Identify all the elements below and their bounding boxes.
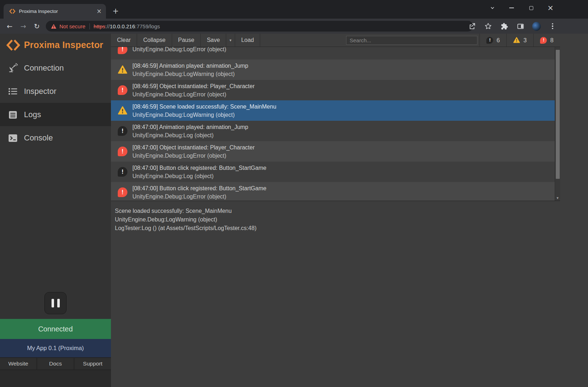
sidebar-item-logs[interactable]: Logs bbox=[0, 103, 111, 126]
collapse-button[interactable]: Collapse bbox=[137, 34, 172, 47]
save-button[interactable]: Save bbox=[201, 34, 226, 47]
url-divider bbox=[89, 23, 90, 29]
log-message: [08:46:59] Object instantiated: Player_C… bbox=[132, 82, 255, 90]
log-source: UnityEngine.Debug:LogError (object) bbox=[132, 192, 266, 201]
log-row-selected[interactable]: [08:46:59] Scene loaded successfully: Sc… bbox=[111, 100, 560, 121]
log-scrollbar[interactable]: ▾ bbox=[555, 47, 560, 201]
app-info-label: My App 0.1 (Proxima) bbox=[0, 339, 111, 357]
load-button[interactable]: Load bbox=[235, 34, 261, 47]
log-source: UnityEngine.Debug:LogError (object) bbox=[132, 90, 255, 99]
reload-icon[interactable]: ↻ bbox=[32, 22, 42, 31]
detail-line: Scene loaded successfully: Scene_MainMen… bbox=[115, 207, 555, 215]
log-message: [08:47:00] Animation played: animation_J… bbox=[132, 123, 248, 131]
proxima-logo-icon bbox=[6, 38, 20, 52]
detail-line: LogTester:Log () (at Assets/TestScripts/… bbox=[115, 224, 555, 233]
console-icon bbox=[8, 133, 18, 143]
share-icon[interactable] bbox=[468, 22, 476, 30]
connection-status-badge: Connected bbox=[0, 319, 111, 339]
tab-title: Proxima Inspector bbox=[19, 9, 97, 14]
app-logo: Proxima Inspector bbox=[0, 34, 111, 56]
error-icon: ! bbox=[118, 85, 127, 95]
profile-avatar[interactable] bbox=[532, 22, 541, 30]
log-source: UnityEngine.Debug:LogWarning (object) bbox=[132, 70, 248, 78]
info-icon: ! bbox=[118, 126, 127, 136]
footer-link-support[interactable]: Support bbox=[74, 358, 111, 369]
log-row[interactable]: ! UnityEngine.Debug:LogError (object) bbox=[111, 47, 560, 59]
warning-icon bbox=[118, 106, 127, 115]
detail-line: UnityEngine.Debug:LogWarning (object) bbox=[115, 215, 555, 224]
side-panel-icon[interactable] bbox=[516, 22, 525, 30]
url-scheme: https bbox=[94, 23, 106, 29]
sidebar-item-inspector[interactable]: Inspector bbox=[0, 80, 111, 103]
info-count: 6 bbox=[496, 37, 500, 44]
sidebar-bottom-strip bbox=[0, 369, 111, 387]
log-message: [08:46:59] Animation played: animation_J… bbox=[132, 62, 248, 70]
log-message: [08:47:00] Button click registered: Butt… bbox=[132, 164, 266, 172]
log-row[interactable]: ! [08:47:00] Button click registered: Bu… bbox=[111, 182, 560, 201]
back-icon[interactable]: ← bbox=[5, 22, 14, 31]
save-dropdown-caret-icon[interactable]: ▾ bbox=[226, 34, 235, 47]
info-counter[interactable]: ! 6 bbox=[480, 34, 506, 47]
warning-icon bbox=[513, 37, 520, 43]
bookmark-star-icon[interactable] bbox=[484, 22, 492, 30]
tab-close-icon[interactable]: × bbox=[97, 8, 102, 14]
warning-counter[interactable]: 3 bbox=[506, 34, 533, 47]
browser-menu-icon[interactable] bbox=[548, 22, 557, 30]
search-input[interactable] bbox=[346, 36, 477, 45]
warning-count: 3 bbox=[523, 37, 526, 44]
sidebar-item-label: Inspector bbox=[24, 87, 57, 96]
url-path: :7759/logs bbox=[135, 23, 160, 29]
new-tab-button[interactable]: + bbox=[111, 6, 121, 16]
security-label: Not secure bbox=[59, 23, 86, 29]
error-icon: ! bbox=[118, 47, 127, 54]
url-separator: :// bbox=[105, 23, 110, 29]
log-source: UnityEngine.Debug:Log (object) bbox=[132, 172, 266, 180]
browser-tab-bar: Proxima Inspector × + × bbox=[0, 0, 588, 19]
log-source: UnityEngine.Debug:LogError (object) bbox=[132, 47, 226, 53]
log-message: [08:47:00] Object instantiated: Player_C… bbox=[132, 143, 255, 152]
sidebar-item-label: Logs bbox=[24, 110, 41, 119]
clear-button[interactable]: Clear bbox=[111, 34, 137, 47]
pause-button[interactable]: Pause bbox=[172, 34, 201, 47]
log-source: UnityEngine.Debug:LogWarning (object) bbox=[132, 111, 276, 119]
proxima-favicon-icon bbox=[9, 8, 15, 14]
scrollbar-thumb[interactable] bbox=[556, 50, 560, 179]
pause-stream-button[interactable] bbox=[44, 292, 67, 314]
footer-link-website[interactable]: Website bbox=[0, 358, 37, 369]
sidebar-item-label: Console bbox=[24, 133, 53, 143]
browser-tab[interactable]: Proxima Inspector × bbox=[4, 4, 106, 19]
log-row[interactable]: ! [08:47:00] Animation played: animation… bbox=[111, 121, 560, 141]
scrollbar-down-icon[interactable]: ▾ bbox=[555, 195, 560, 200]
sidebar-footer: Website Docs Support bbox=[0, 357, 111, 369]
list-icon bbox=[8, 86, 18, 97]
log-row[interactable]: [08:46:59] Animation played: animation_J… bbox=[111, 59, 560, 80]
footer-link-docs[interactable]: Docs bbox=[37, 358, 74, 369]
not-secure-warning-icon bbox=[51, 24, 57, 29]
sidebar-item-label: Connection bbox=[24, 63, 64, 73]
pause-icon bbox=[52, 299, 54, 307]
satellite-icon bbox=[8, 63, 18, 73]
window-maximize-button[interactable] bbox=[526, 3, 536, 13]
url-bar[interactable]: Not secure https://10.0.0.216:7759/logs bbox=[46, 21, 473, 32]
error-icon: ! bbox=[118, 187, 127, 197]
sidebar-item-console[interactable]: Console bbox=[0, 126, 111, 149]
window-close-button[interactable]: × bbox=[545, 3, 555, 13]
log-message: [08:47:00] Button click registered: Butt… bbox=[132, 184, 266, 192]
error-counter[interactable]: ! 8 bbox=[533, 34, 560, 47]
extensions-puzzle-icon[interactable] bbox=[500, 22, 509, 30]
error-count: 8 bbox=[550, 37, 553, 44]
forward-icon[interactable]: → bbox=[19, 22, 28, 31]
log-row[interactable]: ! [08:47:00] Button click registered: Bu… bbox=[111, 162, 560, 182]
window-minimize-button[interactable] bbox=[506, 3, 516, 13]
url-host: 10.0.0.216 bbox=[110, 23, 135, 29]
log-row[interactable]: ! [08:46:59] Object instantiated: Player… bbox=[111, 80, 560, 100]
browser-address-bar: ← → ↻ Not secure https://10.0.0.216:7759… bbox=[0, 19, 588, 34]
sidebar-item-connection[interactable]: Connection bbox=[0, 56, 111, 80]
error-icon: ! bbox=[540, 37, 547, 44]
log-list: ! UnityEngine.Debug:LogError (object) bbox=[111, 47, 560, 201]
log-row[interactable]: ! [08:47:00] Object instantiated: Player… bbox=[111, 141, 560, 162]
window-chevron-icon[interactable] bbox=[487, 3, 497, 13]
logs-icon bbox=[8, 109, 18, 120]
info-icon: ! bbox=[118, 167, 127, 177]
warning-icon bbox=[118, 65, 127, 74]
